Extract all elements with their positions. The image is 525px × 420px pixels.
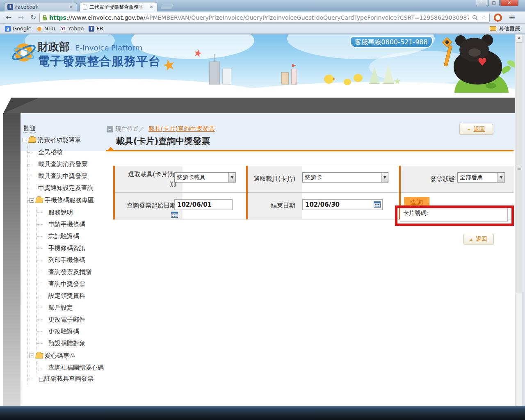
tab-title: 二代電子發票整合服務平 bbox=[89, 4, 148, 11]
chick-decoration bbox=[344, 79, 351, 85]
breadcrumb-arrow-icon: ► bbox=[107, 126, 113, 132]
tab-einvoice[interactable]: 二代電子發票整合服務平 × bbox=[80, 2, 158, 11]
url-scheme: https bbox=[49, 14, 66, 21]
carrier-type-value: 悠遊卡載具 bbox=[175, 173, 228, 182]
ministry-name: 財政部 bbox=[38, 41, 70, 53]
bookmark-star-icon[interactable]: ☆ bbox=[482, 14, 487, 21]
sidebar-item-service-info[interactable]: 服務說明 bbox=[37, 207, 108, 219]
sidebar-item-apply-barcode[interactable]: 申請手機條碼 bbox=[37, 219, 108, 231]
scroll-up-icon[interactable]: ▲ bbox=[516, 34, 522, 41]
title-rule bbox=[106, 150, 514, 151]
calendar-icon[interactable] bbox=[374, 201, 381, 208]
nav-band bbox=[0, 98, 525, 113]
sidebar-item-query-prize[interactable]: 查詢中獎發票 bbox=[37, 278, 108, 290]
page-scrollbar[interactable]: ▲ bbox=[515, 34, 522, 406]
facebook-icon: f bbox=[89, 26, 94, 32]
end-date-label-cell: 結束日期 bbox=[248, 193, 302, 219]
sidebar-item-change-email[interactable]: 更改電子郵件 bbox=[37, 314, 108, 326]
extension-icon[interactable] bbox=[494, 14, 502, 22]
sidebar-item-consumer-menu[interactable]: 消費者功能選單 bbox=[23, 134, 108, 146]
back-button-top[interactable]: ◄ 返回 bbox=[459, 124, 493, 135]
sidebar-item-forgot-code[interactable]: 忘記驗證碼 bbox=[37, 231, 108, 242]
back-label: 返回 bbox=[473, 126, 485, 133]
browser-titlebar: f Facebook × 二代電子發票整合服務平 × – □ × bbox=[0, 0, 525, 11]
einvoice-logo bbox=[11, 39, 37, 66]
sidebar-item-carrier-consumption[interactable]: 載具查詢消費發票 bbox=[27, 158, 108, 170]
bookmark-fb[interactable]: f FB bbox=[89, 25, 103, 32]
sidebar-welcome: 歡迎 bbox=[23, 123, 108, 134]
bookmarks-bar: g Google NTU Y! Yahoo f FB 其他書籤 bbox=[0, 24, 525, 34]
breadcrumb-link[interactable]: 載具(卡片)查詢中獎發票 bbox=[148, 125, 215, 133]
back-button[interactable]: ← bbox=[3, 12, 14, 23]
sidebar-item-print-barcode[interactable]: 列印手機條碼 bbox=[37, 254, 108, 266]
house-decoration bbox=[281, 72, 289, 84]
sidebar-item-barcode-info[interactable]: 手機條碼資訊 bbox=[37, 242, 108, 254]
sidebar-item-account-link[interactable]: 歸戶設定 bbox=[37, 302, 108, 314]
carrier-type-select[interactable]: 悠遊卡載具 ▼ bbox=[174, 172, 236, 183]
url-path: APMEMBERVAN/QueryPrizeInvoice/QueryPrize… bbox=[145, 14, 468, 21]
forward-button[interactable]: → bbox=[16, 12, 26, 23]
carrier-type-label-cell: 選取載具(卡片)類別 bbox=[115, 166, 183, 192]
new-tab-button[interactable] bbox=[160, 4, 174, 9]
minimize-button[interactable]: – bbox=[476, 0, 487, 6]
collapse-icon[interactable] bbox=[23, 138, 27, 142]
start-date-input[interactable] bbox=[174, 199, 233, 210]
page-title: 載具(卡片)查詢中獎發票 bbox=[116, 135, 210, 147]
ntu-icon bbox=[37, 26, 42, 32]
back-button-bottom[interactable]: ▲ 返回 bbox=[463, 234, 494, 244]
left-edge-strip bbox=[3, 113, 21, 406]
address-bar[interactable]: https ://www.einvoice.nat.gov.tw/ APMEMB… bbox=[39, 13, 490, 23]
sidebar-item-default-donee[interactable]: 預設捐贈對象 bbox=[37, 338, 108, 349]
maximize-button[interactable]: □ bbox=[488, 0, 500, 6]
bookmark-yahoo[interactable]: Y! Yahoo bbox=[60, 25, 84, 32]
flag-decoration bbox=[292, 64, 296, 67]
sidebar-item-love-code[interactable]: 愛心碼專區 bbox=[27, 349, 108, 362]
menu-icon[interactable]: ≡ bbox=[509, 12, 516, 22]
sidebar-item-prize-profile[interactable]: 設定領獎資料 bbox=[37, 290, 108, 302]
tab-facebook[interactable]: f Facebook × bbox=[4, 2, 77, 11]
bookmark-ntu[interactable]: NTU bbox=[37, 25, 55, 32]
sidebar-item-audit[interactable]: 全民稽核 bbox=[27, 146, 108, 158]
tab-close-icon[interactable]: × bbox=[68, 4, 74, 10]
sidebar-item-mobile-barcode[interactable]: 手機條碼服務專區 bbox=[27, 194, 108, 207]
zoom-icon[interactable] bbox=[472, 15, 478, 21]
dropdown-arrow-icon: ▼ bbox=[498, 173, 504, 182]
refresh-button[interactable]: ↻ bbox=[28, 12, 39, 23]
collapse-icon[interactable] bbox=[30, 198, 34, 203]
sidebar-item-query-donate[interactable]: 查詢發票及捐贈 bbox=[37, 266, 108, 278]
site-banner: 財政部 E-Invoice Platform 電子發票整合服務平台 客服專線08… bbox=[0, 34, 525, 93]
sidebar-item-prize-notify[interactable]: 中獎通知設定及查詢 bbox=[27, 182, 108, 194]
invoice-status-select[interactable]: 全部發票 ▼ bbox=[457, 172, 505, 183]
sidebar-item-cancelled-carrier[interactable]: 已註銷載具查詢發票 bbox=[27, 373, 108, 385]
tab-close-icon[interactable]: × bbox=[148, 4, 154, 10]
carrier-select[interactable]: 悠遊卡 ▼ bbox=[302, 172, 388, 183]
highlight-annotation-box bbox=[395, 205, 514, 226]
bookmark-label: FB bbox=[96, 25, 103, 32]
close-button[interactable]: × bbox=[500, 0, 518, 6]
facebook-favicon-icon: f bbox=[7, 4, 13, 10]
sidebar-item-label: 手機條碼服務專區 bbox=[45, 196, 94, 204]
collapse-icon[interactable] bbox=[30, 354, 34, 358]
url-host: ://www.einvoice.nat.gov.tw/ bbox=[66, 14, 146, 21]
up-arrow-icon: ▲ bbox=[470, 237, 472, 241]
bookmark-google[interactable]: g Google bbox=[5, 25, 32, 32]
other-bookmarks[interactable]: 其他書籤 bbox=[490, 25, 520, 32]
page-favicon-icon bbox=[83, 5, 87, 10]
end-date-input[interactable] bbox=[302, 199, 383, 210]
sidebar-item-carrier-prize[interactable]: 載具查詢中獎發票 bbox=[27, 170, 108, 182]
bookmark-label: Google bbox=[13, 25, 32, 32]
sidebar-item-label: 消費者功能選單 bbox=[38, 136, 81, 144]
calendar-icon[interactable] bbox=[171, 212, 178, 218]
scrollbar-thumb[interactable] bbox=[516, 42, 522, 292]
site-brand: 財政部 E-Invoice Platform 電子發票整合服務平台 bbox=[38, 40, 161, 68]
bookmark-label: Yahoo bbox=[68, 25, 84, 32]
status-value: 全部發票 bbox=[458, 173, 498, 182]
bookmark-label: NTU bbox=[44, 25, 55, 32]
sidebar-item-change-code[interactable]: 更改驗證碼 bbox=[37, 326, 108, 338]
hotline-badge: 客服專線0800-521-988 bbox=[350, 36, 433, 48]
sidebar-item-query-charity[interactable]: 查詢社福團體愛心碼 bbox=[37, 362, 108, 373]
breadcrumb: ► 現在位置／ 載具(卡片)查詢中獎發票 bbox=[107, 125, 215, 133]
folder-icon bbox=[35, 198, 43, 203]
building-decoration bbox=[209, 62, 220, 84]
platform-name-en: E-Invoice Platform bbox=[75, 43, 142, 52]
